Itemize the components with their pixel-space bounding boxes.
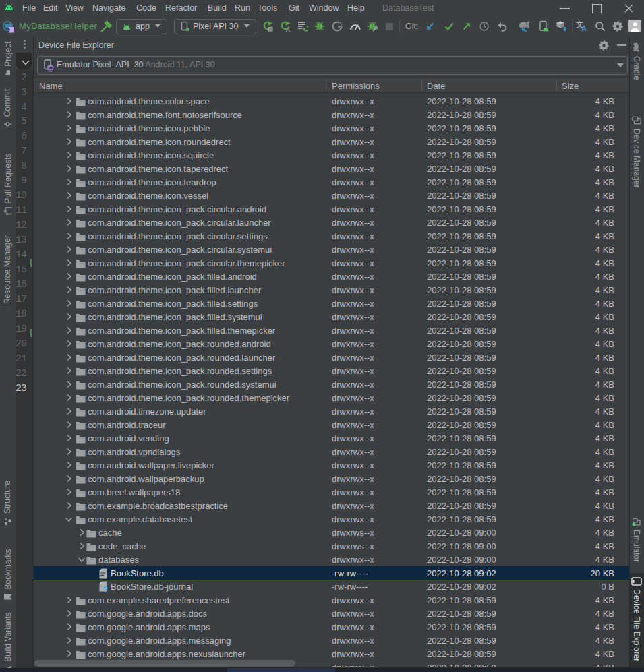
svg-text:A: A <box>581 24 587 32</box>
svg-text:A: A <box>286 26 291 32</box>
